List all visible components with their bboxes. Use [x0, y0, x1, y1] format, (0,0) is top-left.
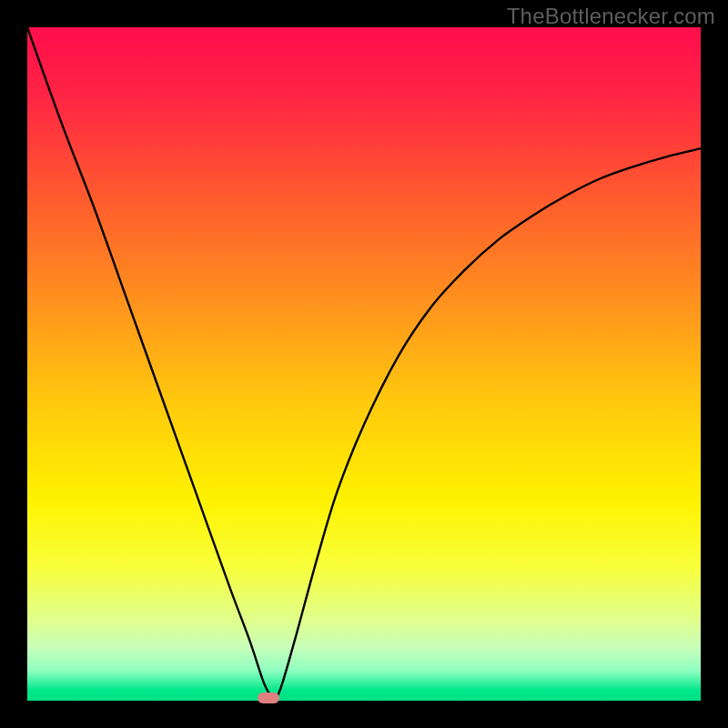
plot-area [27, 27, 701, 701]
optimal-point-marker [258, 693, 279, 703]
chart-frame: TheBottlenecker.com [0, 0, 728, 728]
bottleneck-curve [27, 27, 701, 698]
watermark-text: TheBottlenecker.com [507, 4, 715, 29]
curve-svg [27, 27, 701, 701]
